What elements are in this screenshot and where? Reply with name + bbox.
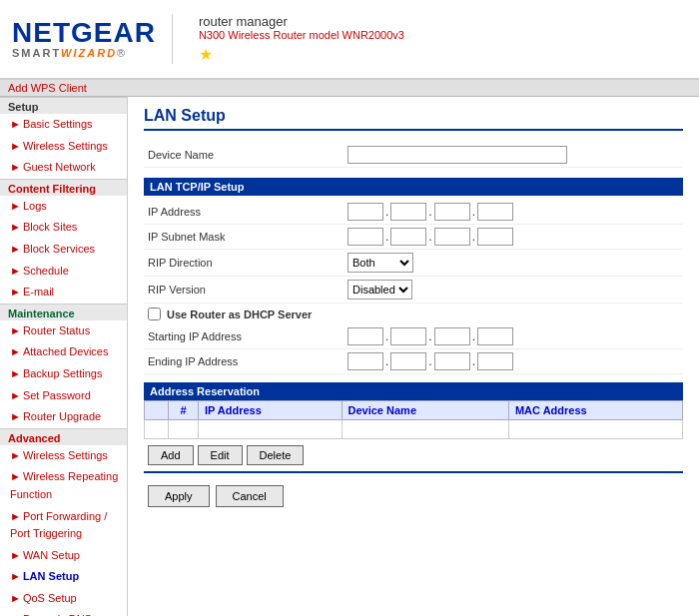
rip-direction-select[interactable]: None Both In Only Out Only bbox=[348, 253, 413, 273]
subnet-field-4[interactable] bbox=[477, 228, 513, 246]
starting-ip-field-4[interactable] bbox=[477, 327, 513, 345]
ip-address-field-2[interactable] bbox=[390, 203, 426, 221]
sidebar-item-wireless-repeating[interactable]: ►Wireless Repeating Function bbox=[0, 466, 127, 505]
device-name-row: Device Name bbox=[144, 143, 683, 168]
sidebar-item-logs[interactable]: ►Logs bbox=[0, 196, 127, 218]
starting-ip-field-3[interactable] bbox=[434, 327, 470, 345]
sidebar-item-port-forwarding[interactable]: ►Port Forwarding / Port Triggering bbox=[0, 506, 127, 545]
dhcp-checkbox-row: Use Router as DHCP Server bbox=[144, 304, 683, 324]
setup-section-header: Setup bbox=[0, 97, 127, 114]
ending-ip-row: Ending IP Address . . . bbox=[144, 349, 683, 374]
sidebar-item-wireless-settings-setup[interactable]: ►Wireless Settings bbox=[0, 136, 127, 158]
sidebar: Setup ►Basic Settings ►Wireless Settings… bbox=[0, 97, 128, 616]
ip-address-label: IP Address bbox=[148, 206, 348, 218]
smartwizard-text: SMARTWIZARD® bbox=[12, 47, 156, 59]
col-device-name: Device Name bbox=[342, 401, 508, 420]
starting-ip-label: Starting IP Address bbox=[148, 330, 348, 342]
router-info: router manager N300 Wireless Router mode… bbox=[199, 14, 404, 64]
advanced-section-header: Advanced bbox=[0, 428, 127, 445]
sidebar-item-guest-network[interactable]: ►Guest Network bbox=[0, 157, 127, 179]
page-title: LAN Setup bbox=[144, 107, 683, 131]
sidebar-item-block-sites[interactable]: ►Block Sites bbox=[0, 217, 127, 239]
ip-subnet-mask-input-group: . . . bbox=[348, 228, 513, 246]
starting-ip-row: Starting IP Address . . . bbox=[144, 324, 683, 349]
ending-ip-input-group: . . . bbox=[348, 352, 513, 370]
sidebar-item-schedule[interactable]: ►Schedule bbox=[0, 261, 127, 283]
rip-direction-row: RIP Direction None Both In Only Out Only bbox=[144, 250, 683, 277]
add-wps-client-link[interactable]: Add WPS Client bbox=[8, 82, 87, 94]
cancel-button[interactable]: Cancel bbox=[216, 485, 284, 507]
rip-direction-label: RIP Direction bbox=[148, 257, 348, 269]
content-filtering-section-header: Content Filtering bbox=[0, 179, 127, 196]
col-mac-address: MAC Address bbox=[508, 401, 682, 420]
content-area: LAN Setup Device Name LAN TCP/IP Setup I… bbox=[128, 97, 699, 616]
rip-version-label: RIP Version bbox=[148, 284, 348, 296]
maintenance-section-header: Maintenance bbox=[0, 304, 127, 320]
add-button[interactable]: Add bbox=[148, 445, 194, 465]
header: NETGEAR SMARTWIZARD® router manager N300… bbox=[0, 0, 699, 80]
sidebar-item-backup-settings[interactable]: ►Backup Settings bbox=[0, 363, 127, 385]
ending-ip-field-3[interactable] bbox=[434, 352, 470, 370]
rip-version-select[interactable]: Disabled RIP-1 RIP-2 bbox=[348, 280, 412, 300]
sidebar-item-router-status[interactable]: ►Router Status bbox=[0, 320, 127, 342]
main-layout: Setup ►Basic Settings ►Wireless Settings… bbox=[0, 97, 699, 616]
sidebar-item-wireless-settings-adv[interactable]: ►Wireless Settings bbox=[0, 445, 127, 467]
device-name-input[interactable] bbox=[348, 146, 567, 164]
lan-tcpip-section-header: LAN TCP/IP Setup bbox=[144, 178, 683, 196]
apply-button-row: Apply Cancel bbox=[144, 481, 683, 511]
gear-icon: ★ bbox=[199, 45, 213, 64]
sidebar-item-basic-settings[interactable]: ►Basic Settings bbox=[0, 114, 127, 136]
sidebar-item-email[interactable]: ►E-mail bbox=[0, 282, 127, 304]
reservation-button-row: Add Edit Delete bbox=[148, 445, 679, 465]
edit-button[interactable]: Edit bbox=[198, 445, 243, 465]
sidebar-item-set-password[interactable]: ►Set Password bbox=[0, 385, 127, 407]
divider-line bbox=[144, 471, 683, 473]
ip-subnet-mask-row: IP Subnet Mask . . . bbox=[144, 225, 683, 250]
delete-button[interactable]: Delete bbox=[247, 445, 305, 465]
ip-address-field-3[interactable] bbox=[434, 203, 470, 221]
sidebar-item-dynamic-dns[interactable]: ►Dynamic DNS bbox=[0, 609, 127, 616]
ending-ip-label: Ending IP Address bbox=[148, 355, 348, 367]
sidebar-item-qos-setup[interactable]: ►QoS Setup bbox=[0, 588, 127, 610]
router-model-line: N300 Wireless Router model WNR2000v3 bbox=[199, 29, 404, 41]
table-header-row: # IP Address Device Name MAC Address bbox=[145, 401, 683, 420]
starting-ip-field-2[interactable] bbox=[390, 327, 426, 345]
sidebar-item-lan-setup[interactable]: ►LAN Setup bbox=[0, 566, 127, 588]
sidebar-item-block-services[interactable]: ►Block Services bbox=[0, 239, 127, 261]
table-row bbox=[145, 420, 683, 439]
router-manager-label: router manager bbox=[199, 14, 404, 29]
ending-ip-field-4[interactable] bbox=[477, 352, 513, 370]
ip-address-field-1[interactable] bbox=[348, 203, 383, 221]
sidebar-item-router-upgrade[interactable]: ►Router Upgrade bbox=[0, 406, 127, 428]
starting-ip-input-group: . . . bbox=[348, 327, 513, 345]
apply-button[interactable]: Apply bbox=[148, 485, 210, 507]
sidebar-item-attached-devices[interactable]: ►Attached Devices bbox=[0, 341, 127, 363]
dhcp-checkbox-label: Use Router as DHCP Server bbox=[167, 308, 312, 320]
ip-subnet-mask-label: IP Subnet Mask bbox=[148, 231, 348, 243]
col-num: # bbox=[169, 401, 199, 420]
reservation-table: # IP Address Device Name MAC Address bbox=[144, 400, 683, 439]
netgear-logo: NETGEAR bbox=[12, 19, 156, 47]
sidebar-item-wan-setup[interactable]: ►WAN Setup bbox=[0, 545, 127, 567]
rip-version-row: RIP Version Disabled RIP-1 RIP-2 bbox=[144, 277, 683, 304]
address-reservation-header: Address Reservation bbox=[144, 382, 683, 400]
starting-ip-field-1[interactable] bbox=[348, 327, 383, 345]
ip-address-input-group: . . . bbox=[348, 203, 513, 221]
dhcp-checkbox[interactable] bbox=[148, 308, 161, 320]
divider bbox=[172, 14, 173, 64]
subnet-field-2[interactable] bbox=[390, 228, 426, 246]
top-nav: Add WPS Client bbox=[0, 80, 699, 97]
ip-address-field-4[interactable] bbox=[477, 203, 513, 221]
subnet-field-3[interactable] bbox=[434, 228, 470, 246]
brand-text: NETGEAR bbox=[12, 17, 156, 48]
subnet-field-1[interactable] bbox=[348, 228, 383, 246]
ending-ip-field-1[interactable] bbox=[348, 352, 383, 370]
col-ip-address: IP Address bbox=[199, 401, 343, 420]
logo-area: NETGEAR SMARTWIZARD® bbox=[12, 19, 156, 59]
device-name-label: Device Name bbox=[148, 149, 348, 161]
col-checkbox bbox=[145, 401, 169, 420]
ip-address-row: IP Address . . . bbox=[144, 200, 683, 225]
ending-ip-field-2[interactable] bbox=[390, 352, 426, 370]
